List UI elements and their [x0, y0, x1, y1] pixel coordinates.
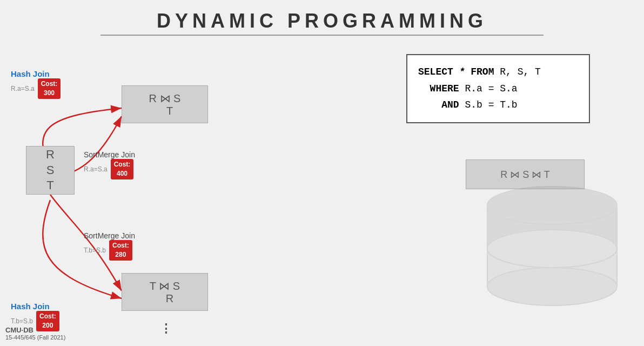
sql-line1: SELECT * FROM R, S, T: [418, 64, 578, 81]
sortmerge-bot-condition: T.b=S.b: [84, 247, 106, 254]
dots: ⋮: [160, 322, 173, 336]
footer-course: 15-445/645 (Fall 2021): [5, 334, 65, 341]
label-hash-join-top: Hash Join R.a=S.a Cost: 300: [11, 69, 61, 99]
label-sortmerge-bot: SortMerge Join T.b=S.b Cost: 280: [84, 231, 135, 261]
hash-join-top-label: Hash Join: [11, 69, 61, 78]
sortmerge-mid-condition: R.a=S.a: [84, 165, 108, 173]
node-rs-t: R ⋈ ST: [122, 85, 208, 123]
footer-logo: CMU·DB: [5, 326, 65, 334]
sortmerge-mid-cost: Cost: 400: [111, 159, 134, 179]
hash-join-top-condition: R.a=S.a: [11, 85, 35, 92]
sql-line3: AND S.b = T.b: [418, 97, 578, 114]
sortmerge-bot-cost: Cost: 280: [109, 240, 132, 261]
sortmerge-mid-label: SortMerge Join: [84, 150, 135, 159]
hash-join-bot-label: Hash Join: [11, 302, 59, 311]
node-ts-r: T ⋈ SR: [122, 273, 208, 311]
hash-join-top-cost: Cost: 300: [38, 78, 61, 99]
footer: CMU·DB 15-445/645 (Fall 2021): [5, 326, 65, 341]
sortmerge-bot-label: SortMerge Join: [84, 231, 135, 240]
page-title: DYNAMIC PROGRAMMING: [0, 0, 644, 32]
label-sortmerge-mid: SortMerge Join R.a=S.a Cost: 400: [84, 150, 135, 179]
diagram-area: Hash Join R.a=S.a Cost: 300 R ⋈ ST R S T…: [0, 32, 270, 346]
sql-line2: WHERE R.a = S.a: [418, 81, 578, 97]
hash-join-bot-condition: T.b=S.b: [11, 317, 33, 325]
node-rst: R S T: [26, 146, 75, 195]
sql-box: SELECT * FROM R, S, T WHERE R.a = S.a AN…: [406, 54, 590, 123]
database-icon: [477, 184, 628, 314]
